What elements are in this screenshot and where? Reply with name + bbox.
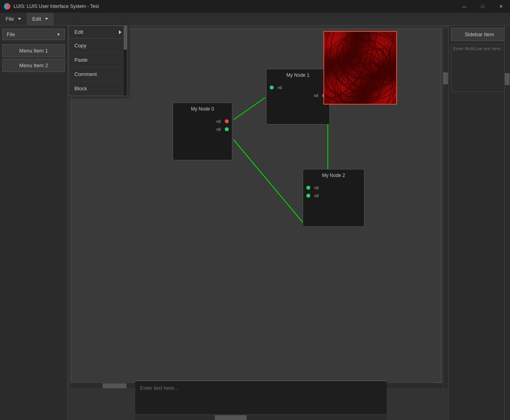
node-0-port-1: nil: [176, 119, 229, 124]
copy-label: Copy: [74, 43, 86, 49]
node-0-port-1-dot[interactable]: [225, 119, 229, 123]
edit-menu-label: Edit: [32, 16, 41, 22]
node-2-port-2: nil: [306, 193, 361, 198]
node-0-title: My Node 0: [176, 106, 229, 113]
dropdown-item-copy[interactable]: Copy: [69, 39, 127, 53]
node-2-port-2-label: nil: [314, 193, 319, 198]
node-0-port-1-label: nil: [216, 119, 221, 124]
file-button[interactable]: File ▼: [2, 29, 65, 40]
canvas-h-scrollbar-thumb[interactable]: [103, 383, 127, 388]
bottom-h-scrollbar[interactable]: [135, 414, 387, 420]
comment-label: Comment: [74, 71, 97, 77]
dropdown-header[interactable]: Edit: [69, 26, 127, 39]
node-2-port-2-dot[interactable]: [306, 194, 310, 198]
dropdown-header-label: Edit: [74, 29, 83, 35]
dropdown-item-paste[interactable]: Paste: [69, 53, 127, 67]
app-icon: [4, 3, 10, 10]
window-controls: — □ ✕: [455, 0, 510, 13]
node-1-port-1: nil: [270, 85, 326, 90]
file-menu[interactable]: File: [0, 13, 27, 25]
node-0-port-2-dot[interactable]: [225, 127, 229, 131]
node-0[interactable]: My Node 0 nil nil: [173, 103, 232, 160]
node-1[interactable]: My Node 1 nil nil: [266, 69, 330, 124]
node-2-title: My Node 2: [306, 173, 361, 180]
image-preview: [323, 31, 397, 105]
sidebar-item-label: Sidebar Item: [465, 31, 494, 37]
node-0-port-2: nil: [176, 127, 229, 132]
block-label: Block: [74, 86, 87, 91]
node-1-port-1-dot[interactable]: [270, 86, 274, 89]
file-arrow-icon: [18, 18, 21, 20]
sidebar-multiline-input[interactable]: [451, 44, 508, 92]
right-sidebar: Sidebar Item: [448, 25, 510, 420]
close-button[interactable]: ✕: [492, 0, 510, 13]
node-2-port-1-dot[interactable]: [306, 186, 310, 190]
canvas-v-scrollbar-thumb[interactable]: [443, 72, 448, 84]
file-menu-label: File: [6, 16, 14, 22]
left-sidebar: File ▼ Menu Item 1 Menu Item 2: [0, 25, 68, 420]
sidebar-menu-item-2[interactable]: Menu Item 2: [2, 59, 65, 72]
menu-item-1-label: Menu Item 1: [19, 48, 48, 54]
node-1-title: My Node 1: [270, 72, 326, 80]
canvas-v-scrollbar[interactable]: [443, 29, 448, 388]
edit-menu[interactable]: Edit: [27, 13, 54, 25]
dropdown-item-block[interactable]: Block: [69, 82, 127, 96]
dropdown-scrollbar[interactable]: [124, 26, 127, 96]
paste-label: Paste: [74, 57, 88, 63]
sidebar-item-button[interactable]: Sidebar Item: [451, 28, 508, 41]
bottom-text-area: [135, 380, 387, 420]
bottom-text-input[interactable]: [135, 381, 387, 414]
svg-line-1: [234, 140, 303, 222]
right-v-scrollbar[interactable]: [504, 25, 510, 420]
node-1-port-2: nil: [270, 93, 326, 98]
edit-arrow-icon: [45, 18, 48, 20]
right-v-scrollbar-thumb[interactable]: [505, 73, 510, 85]
node-1-port-2-label: nil: [314, 93, 318, 98]
window-title: LUIS: LUIS User Interface System - Test: [14, 4, 99, 9]
sidebar-menu-item-1[interactable]: Menu Item 1: [2, 44, 65, 57]
title-bar: LUIS: LUIS User Interface System - Test …: [0, 0, 510, 13]
menu-bar: File Edit Edit Copy Paste Comment Block: [0, 13, 510, 25]
minimize-button[interactable]: —: [455, 0, 473, 13]
node-2-port-1-label: nil: [314, 185, 319, 190]
file-dropdown-arrow: ▼: [56, 32, 60, 37]
svg-line-0: [234, 97, 265, 120]
file-button-label: File: [7, 31, 15, 37]
node-1-port-1-label: nil: [278, 85, 282, 90]
maximize-button[interactable]: □: [473, 0, 492, 13]
menu-item-2-label: Menu Item 2: [19, 62, 48, 68]
node-0-port-2-label: nil: [216, 127, 221, 132]
preview-canvas: [324, 32, 396, 104]
edit-dropdown: Edit Copy Paste Comment Block: [68, 25, 127, 96]
bottom-scrollbar-thumb[interactable]: [215, 415, 247, 420]
dropdown-item-comment[interactable]: Comment: [69, 67, 127, 82]
node-2[interactable]: My Node 2 nil nil: [303, 169, 364, 227]
node-2-port-1: nil: [306, 185, 361, 190]
dropdown-arrow-icon: [119, 30, 121, 34]
dropdown-scrollbar-thumb[interactable]: [124, 26, 127, 50]
